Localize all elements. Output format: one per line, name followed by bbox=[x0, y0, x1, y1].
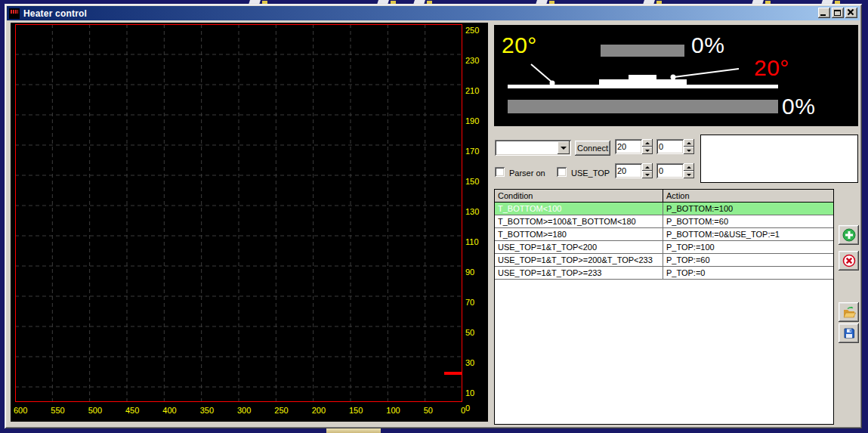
spinedit-3-up-button[interactable] bbox=[642, 163, 653, 171]
heater-visualization: 20° 0% 20° 0% bbox=[494, 25, 858, 126]
open-file-button[interactable] bbox=[839, 302, 859, 322]
up-arrow-icon bbox=[645, 166, 650, 169]
parser-on-label: Parser on bbox=[509, 169, 545, 178]
spinedit-2-input[interactable]: 0 bbox=[656, 139, 684, 154]
minimize-button[interactable] bbox=[818, 8, 830, 18]
x-tick-label: 100 bbox=[386, 406, 400, 415]
spinedit-4-up-button[interactable] bbox=[684, 163, 694, 171]
use-top-checkbox[interactable] bbox=[557, 167, 567, 177]
x-tick-label: 300 bbox=[237, 406, 251, 415]
close-icon bbox=[845, 8, 857, 18]
x-tick-label: 400 bbox=[162, 406, 176, 415]
parser-on-checkbox[interactable] bbox=[495, 167, 505, 177]
close-button[interactable] bbox=[845, 8, 857, 18]
maximize-button[interactable] bbox=[832, 8, 844, 18]
spinedit-3-input[interactable]: 20 bbox=[615, 163, 642, 178]
spinedit-4-down-button[interactable] bbox=[684, 171, 694, 178]
circuit-board bbox=[599, 79, 687, 85]
add-rule-button[interactable] bbox=[839, 225, 859, 245]
log-textarea[interactable] bbox=[700, 135, 858, 183]
condition-cell[interactable]: T_BOTTOM>=100&T_BOTTOM<180 bbox=[495, 215, 663, 227]
table-row[interactable]: USE_TOP=1&T_TOP>=233P_TOP:=0 bbox=[495, 267, 833, 280]
chevron-down-icon bbox=[561, 147, 567, 150]
x-tick-label: 250 bbox=[274, 406, 288, 415]
delete-icon bbox=[842, 254, 856, 268]
spinedit-4-input[interactable]: 0 bbox=[656, 163, 684, 178]
action-cell[interactable]: P_TOP:=100 bbox=[663, 241, 833, 253]
table-row[interactable]: T_BOTTOM>=180P_BOTTOM:=0&USE_TOP:=1 bbox=[495, 228, 833, 241]
use-top-label: USE_TOP bbox=[571, 169, 610, 178]
up-arrow-icon bbox=[645, 142, 650, 144]
rules-table: Condition Action T_BOTTOM<100P_BOTTOM:=1… bbox=[494, 189, 834, 425]
temperature-chart: 25023021019017015013011090705030100 6005… bbox=[11, 23, 488, 422]
table-row[interactable]: USE_TOP=1&T_TOP>=200&T_TOP<233P_TOP:=60 bbox=[495, 254, 833, 267]
y-tick-label: 30 bbox=[465, 358, 474, 367]
app-window: Heater control 2502302101901701501301109… bbox=[5, 4, 862, 428]
x-tick-label: 150 bbox=[349, 406, 363, 415]
save-icon bbox=[842, 326, 856, 340]
delete-rule-button[interactable] bbox=[839, 251, 859, 271]
spinedit-1-input[interactable]: 20 bbox=[615, 139, 642, 154]
table-row[interactable]: USE_TOP=1&T_TOP<200P_TOP:=100 bbox=[495, 241, 833, 254]
x-tick-label: 350 bbox=[200, 406, 214, 415]
action-cell[interactable]: P_BOTTOM:=60 bbox=[663, 215, 833, 227]
table-row[interactable]: T_BOTTOM<100P_BOTTOM:=100 bbox=[495, 203, 833, 215]
y-tick-label: 90 bbox=[465, 268, 474, 277]
minimize-icon bbox=[820, 14, 826, 16]
table-row[interactable]: T_BOTTOM>=100&T_BOTTOM<180P_BOTTOM:=60 bbox=[495, 215, 833, 228]
plot-area bbox=[15, 24, 462, 402]
y-tick-label: 50 bbox=[465, 328, 474, 337]
bottom-heater-power: 0% bbox=[782, 95, 815, 118]
up-arrow-icon bbox=[687, 166, 691, 169]
action-cell[interactable]: P_TOP:=0 bbox=[663, 267, 833, 279]
app-icon bbox=[9, 8, 20, 19]
spinedit-1-down-button[interactable] bbox=[642, 147, 653, 154]
y-tick-label: 210 bbox=[465, 86, 479, 95]
y-tick-label: 230 bbox=[465, 56, 479, 65]
y-tick-label: 70 bbox=[465, 298, 474, 307]
open-folder-icon bbox=[842, 305, 856, 319]
y-tick-label: 110 bbox=[465, 237, 479, 246]
down-arrow-icon bbox=[645, 174, 650, 176]
down-arrow-icon bbox=[687, 174, 691, 176]
x-tick-label: 600 bbox=[14, 406, 27, 415]
y-tick-label: 190 bbox=[465, 116, 479, 125]
condition-cell[interactable]: T_BOTTOM<100 bbox=[495, 203, 663, 215]
rules-table-rows: T_BOTTOM<100P_BOTTOM:=100T_BOTTOM>=100&T… bbox=[495, 203, 833, 280]
spinedit-2-up-button[interactable] bbox=[684, 139, 694, 147]
heater-plate bbox=[508, 85, 778, 88]
window-title: Heater control bbox=[23, 8, 87, 19]
maximize-icon bbox=[834, 10, 841, 16]
up-arrow-icon bbox=[687, 142, 691, 144]
x-tick-label: 450 bbox=[125, 406, 139, 415]
y-tick-label: 170 bbox=[465, 147, 479, 156]
rules-table-header: Condition Action bbox=[495, 190, 833, 203]
x-tick-label: 500 bbox=[88, 406, 102, 415]
add-icon bbox=[842, 228, 856, 242]
action-column-header[interactable]: Action bbox=[663, 190, 833, 202]
action-cell[interactable]: P_TOP:=60 bbox=[663, 254, 833, 266]
spinedit-1-up-button[interactable] bbox=[642, 139, 653, 147]
desktop-artifact bbox=[326, 428, 381, 433]
x-tick-label: 200 bbox=[312, 406, 326, 415]
save-file-button[interactable] bbox=[839, 323, 859, 343]
port-combo[interactable] bbox=[495, 140, 571, 156]
spinedit-2-down-button[interactable] bbox=[684, 147, 694, 154]
connect-button[interactable]: Connect bbox=[575, 141, 610, 156]
condition-cell[interactable]: USE_TOP=1&T_TOP>=200&T_TOP<233 bbox=[495, 254, 663, 266]
down-arrow-icon bbox=[687, 150, 691, 152]
y-tick-label: 0 bbox=[465, 404, 470, 413]
y-tick-label: 10 bbox=[465, 388, 474, 397]
condition-cell[interactable]: USE_TOP=1&T_TOP<200 bbox=[495, 241, 663, 253]
action-cell[interactable]: P_BOTTOM:=100 bbox=[663, 203, 833, 215]
action-cell[interactable]: P_BOTTOM:=0&USE_TOP:=1 bbox=[663, 228, 833, 240]
condition-cell[interactable]: T_BOTTOM>=180 bbox=[495, 228, 663, 240]
spinedit-3-down-button[interactable] bbox=[642, 171, 653, 178]
title-bar[interactable]: Heater control bbox=[7, 6, 860, 20]
y-tick-label: 130 bbox=[465, 207, 479, 216]
condition-column-header[interactable]: Condition bbox=[495, 190, 663, 202]
port-combo-dropdown-button[interactable] bbox=[558, 141, 570, 154]
bottom-heater-bar bbox=[508, 100, 778, 113]
y-tick-label: 250 bbox=[465, 26, 479, 35]
condition-cell[interactable]: USE_TOP=1&T_TOP>=233 bbox=[495, 267, 663, 279]
